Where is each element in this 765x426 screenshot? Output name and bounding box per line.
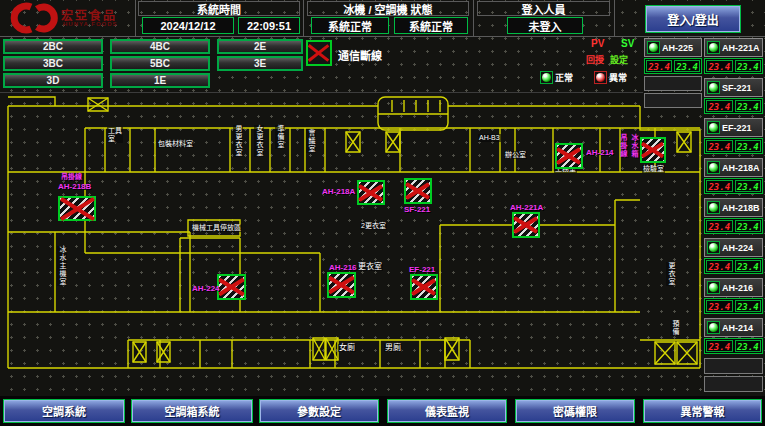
status-led-icon bbox=[707, 281, 720, 294]
unit-row-ah-214[interactable]: AH-214 bbox=[704, 318, 763, 337]
pv-value: 23.4 bbox=[706, 140, 733, 152]
device-label: AH-214 bbox=[586, 148, 614, 157]
unit-name: AH-225 bbox=[662, 43, 693, 53]
pv-value: 23.4 bbox=[706, 180, 733, 192]
hmi-screen: 宏亞食品 HUNYA FOODS 系統時間 2024/12/12 22:09:5… bbox=[0, 0, 765, 426]
room-label: 工具室 bbox=[107, 127, 123, 143]
room-label: 會議室 bbox=[306, 129, 316, 153]
room-label: 包裝材料室 bbox=[157, 140, 194, 148]
login-logout-button[interactable]: 登入/登出 bbox=[646, 6, 740, 32]
floor-button-2bc[interactable]: 2BC bbox=[3, 39, 103, 54]
footer-button-meter-monitor[interactable]: 儀表監視 bbox=[388, 400, 506, 422]
room-label: 冰水主機室 bbox=[57, 246, 67, 286]
unit-row-ah-216[interactable]: AH-216 bbox=[704, 278, 763, 297]
floor-plan bbox=[0, 92, 705, 398]
status-led-icon bbox=[707, 161, 720, 174]
pv-label: PV bbox=[591, 38, 604, 49]
unit-values-ah-218a: 23.423.4 bbox=[704, 178, 763, 194]
unit-row-ah-224[interactable]: AH-224 bbox=[704, 238, 763, 257]
feedback-label: 回授 bbox=[586, 53, 604, 66]
normal-led-icon bbox=[540, 71, 553, 84]
sv-value: 23.4 bbox=[674, 60, 700, 72]
unit-values-ef-221: 23.423.4 bbox=[704, 138, 763, 154]
footer-button-alarm[interactable]: 異常警報 bbox=[644, 400, 761, 422]
device-ah-216-comm-loss[interactable] bbox=[327, 272, 356, 298]
company-name-en: HUNYA FOODS bbox=[63, 21, 118, 27]
device-comm-loss[interactable] bbox=[640, 137, 666, 163]
status-led-icon bbox=[707, 81, 720, 94]
status-led-icon bbox=[707, 201, 720, 214]
device-ah-214-comm-loss[interactable] bbox=[555, 143, 583, 169]
comm-loss-legend-icon bbox=[306, 40, 332, 66]
pv-value: 23.4 bbox=[706, 260, 733, 272]
unit-name: AH-218B bbox=[722, 203, 760, 213]
room-label: 機械工具停放區 bbox=[191, 224, 242, 232]
room-label: 更衣室 bbox=[357, 263, 383, 271]
status-led-icon bbox=[707, 321, 720, 334]
room-label: 預備 bbox=[670, 320, 680, 336]
device-label: AH-218B bbox=[58, 182, 91, 191]
sv-value: 23.4 bbox=[735, 340, 762, 352]
machine-status-label: 冰機 / 空調機 狀態 bbox=[307, 1, 469, 16]
status-led-icon bbox=[707, 121, 720, 134]
system-clock-value: 22:09:51 bbox=[238, 17, 300, 34]
device-label: AH-216 bbox=[329, 263, 357, 272]
setpoint-label: 設定 bbox=[610, 53, 628, 66]
footer-button-ahu-system[interactable]: 空調箱系統 bbox=[132, 400, 252, 422]
device-label: AH-224 bbox=[192, 284, 220, 293]
pv-value: 23.4 bbox=[706, 60, 733, 72]
sv-value: 23.4 bbox=[735, 220, 762, 232]
device-label: EF-221 bbox=[409, 265, 435, 274]
normal-label: 正常 bbox=[555, 71, 573, 84]
footer-button-parameter-settings[interactable]: 參數設定 bbox=[260, 400, 378, 422]
unit-values-ah-221a: 23.423.4 bbox=[704, 58, 763, 74]
device-sf-221-comm-loss[interactable] bbox=[404, 178, 432, 204]
unit-row-ah-225[interactable]: AH-225 bbox=[644, 38, 702, 57]
floor-button-2e[interactable]: 2E bbox=[217, 39, 303, 54]
room-label: 更衣室 bbox=[666, 262, 676, 286]
unit-values-ah-214: 23.423.4 bbox=[704, 338, 763, 354]
status-led-icon bbox=[707, 41, 720, 54]
pv-value: 23.4 bbox=[706, 300, 733, 312]
device-label: 冰水箱 bbox=[629, 134, 639, 158]
device-ah-218a-comm-loss[interactable] bbox=[357, 180, 385, 205]
device-ah-218b-comm-loss[interactable] bbox=[58, 196, 96, 221]
ahu-status-value: 系統正常 bbox=[394, 17, 468, 34]
abnormal-led-icon bbox=[594, 71, 607, 84]
system-date-value: 2024/12/12 bbox=[142, 17, 234, 34]
unit-name: AH-221A bbox=[722, 43, 760, 53]
floor-button-1e[interactable]: 1E bbox=[110, 73, 210, 88]
login-status-value: 未登入 bbox=[507, 17, 583, 34]
floor-button-3bc[interactable]: 3BC bbox=[3, 56, 103, 71]
abnormal-label: 異常 bbox=[609, 71, 627, 84]
unit-name: EF-221 bbox=[722, 123, 752, 133]
sv-value: 23.4 bbox=[735, 180, 762, 192]
sv-value: 23.4 bbox=[735, 100, 762, 112]
unit-row-ah-218b[interactable]: AH-218B bbox=[704, 198, 763, 217]
room-label: 女更衣室 bbox=[254, 125, 264, 157]
footer-button-password-authority[interactable]: 密碼權限 bbox=[516, 400, 634, 422]
sv-value: 23.4 bbox=[735, 300, 762, 312]
device-ef-221-comm-loss[interactable] bbox=[410, 274, 438, 300]
legend-abnormal: 異常 bbox=[592, 71, 627, 84]
login-user-label: 登入人員 bbox=[477, 1, 610, 16]
floor-button-3d[interactable]: 3D bbox=[3, 73, 103, 88]
unit-row-sf-221[interactable]: SF-221 bbox=[704, 78, 763, 97]
floor-button-4bc[interactable]: 4BC bbox=[110, 39, 210, 54]
floor-button-3e[interactable]: 3E bbox=[217, 56, 303, 71]
unit-row-ah-221a[interactable]: AH-221A bbox=[704, 38, 763, 57]
system-time-label: 系統時間 bbox=[138, 1, 300, 16]
room-label: 準備室 bbox=[275, 125, 285, 149]
device-ah-224-comm-loss[interactable] bbox=[217, 274, 246, 300]
floor-button-5bc[interactable]: 5BC bbox=[110, 56, 210, 71]
unit-values-ah-225: 23.423.4 bbox=[644, 58, 702, 74]
status-led-icon bbox=[707, 241, 720, 254]
unit-values-ah-216: 23.423.4 bbox=[704, 298, 763, 314]
device-ah-221a-comm-loss[interactable] bbox=[512, 212, 540, 238]
unit-row-ef-221[interactable]: EF-221 bbox=[704, 118, 763, 137]
footer-button-hvac-system[interactable]: 空調系統 bbox=[4, 400, 124, 422]
unit-row-ah-218a[interactable]: AH-218A bbox=[704, 158, 763, 177]
comm-loss-legend-label: 通信斷線 bbox=[338, 47, 382, 63]
unit-name: SF-221 bbox=[722, 83, 752, 93]
chiller-status-value: 系統正常 bbox=[311, 17, 389, 34]
